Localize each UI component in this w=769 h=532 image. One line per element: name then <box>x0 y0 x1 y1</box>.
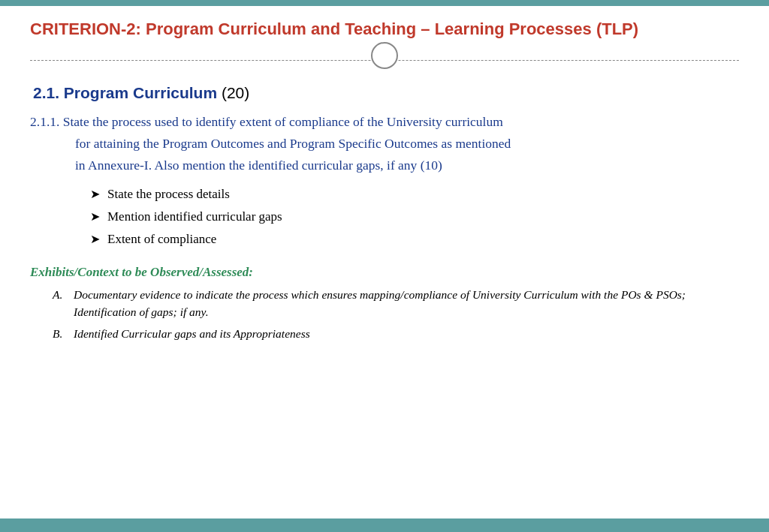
section-heading: 2.1. Program Curriculum (20) <box>30 84 739 102</box>
section-heading-bold: 2.1. Program Curriculum (20) <box>33 84 249 101</box>
title-section: CRITERION-2: Program Curriculum and Teac… <box>30 20 739 39</box>
exhibit-text-b: Identified Curricular gaps and its Appro… <box>74 325 310 342</box>
exhibits-list: A. Documentary evidence to indicate the … <box>53 286 739 347</box>
bottom-bar <box>0 518 769 532</box>
bullet-arrow-icon: ➤ <box>90 232 100 246</box>
divider-row <box>30 47 739 74</box>
exhibit-label-a: A. <box>53 286 74 303</box>
list-item: ➤ Mention identified curricular gaps <box>90 209 739 224</box>
criterion-line-2: for attaining the Program Outcomes and P… <box>30 133 739 155</box>
bullet-list: ➤ State the process details ➤ Mention id… <box>90 187 739 254</box>
exhibits-heading: Exhibits/Context to be Observed/Assessed… <box>30 265 739 280</box>
criterion-block: 2.1.1. State the process used to identif… <box>30 111 739 176</box>
list-item: B. Identified Curricular gaps and its Ap… <box>53 325 739 342</box>
criterion-line-1: 2.1.1. State the process used to identif… <box>30 111 739 133</box>
bullet-arrow-icon: ➤ <box>90 187 100 201</box>
bullet-text-1: State the process details <box>107 187 230 202</box>
slide-title: CRITERION-2: Program Curriculum and Teac… <box>30 20 638 38</box>
bullet-text-3: Extent of compliance <box>107 232 216 247</box>
criterion-line-3: in Annexure-I. Also mention the identifi… <box>30 155 739 176</box>
list-item: A. Documentary evidence to indicate the … <box>53 286 739 321</box>
list-item: ➤ Extent of compliance <box>90 232 739 247</box>
divider-circle <box>371 42 398 69</box>
exhibit-label-b: B. <box>53 325 74 342</box>
bullet-text-2: Mention identified curricular gaps <box>107 209 282 224</box>
slide-container: CRITERION-2: Program Curriculum and Teac… <box>0 0 769 532</box>
exhibit-text-a: Documentary evidence to indicate the pro… <box>74 286 739 321</box>
bullet-arrow-icon: ➤ <box>90 209 100 224</box>
list-item: ➤ State the process details <box>90 187 739 202</box>
content-area: CRITERION-2: Program Curriculum and Teac… <box>0 6 769 518</box>
top-bar <box>0 0 769 6</box>
